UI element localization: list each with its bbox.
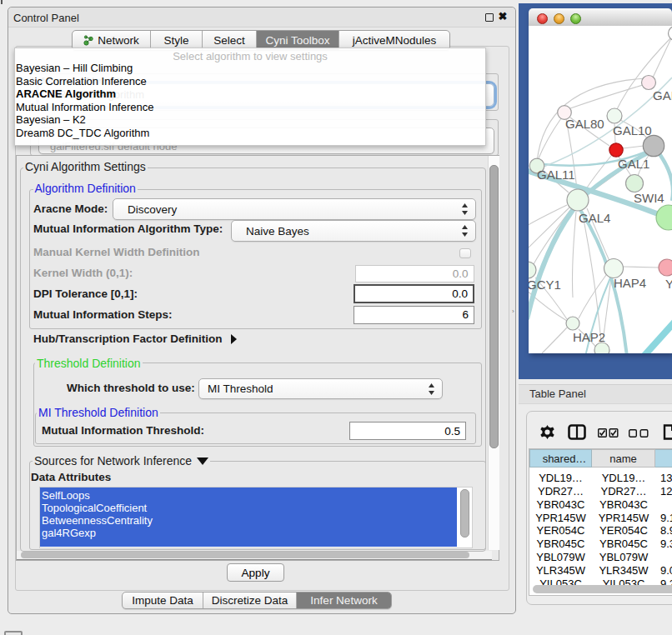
- svg-text:HAP2: HAP2: [573, 330, 605, 344]
- svg-text:GAL4: GAL4: [579, 211, 610, 225]
- svg-text:GAL10: GAL10: [613, 123, 652, 138]
- svg-text:GAL1: GAL1: [618, 157, 649, 171]
- svg-text:GAL11: GAL11: [537, 168, 575, 182]
- svg-text:HAP4: HAP4: [614, 276, 646, 290]
- svg-text:SWI4: SWI4: [634, 191, 664, 205]
- svg-text:YD: YD: [665, 277, 672, 291]
- svg-text:GAL80: GAL80: [565, 117, 604, 131]
- svg-text:GCY1: GCY1: [529, 278, 561, 292]
- svg-text:GAL7: GAL7: [653, 88, 672, 102]
